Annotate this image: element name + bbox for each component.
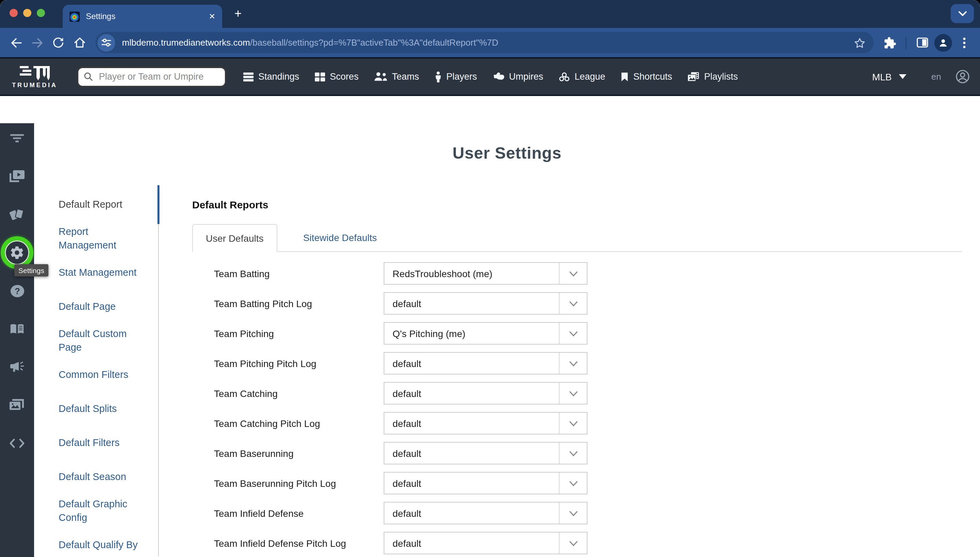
extensions-button[interactable] xyxy=(880,33,899,52)
select-value: Q's Pitching (me) xyxy=(384,323,559,344)
chevron-down-icon xyxy=(569,360,578,366)
nav-label: Standings xyxy=(258,72,299,82)
browser-tab-settings[interactable]: Settings ✕ xyxy=(63,5,222,28)
chevron-down-icon xyxy=(569,271,578,276)
rail-item-settings[interactable] xyxy=(5,240,29,265)
brand-name: TRUMEDIA xyxy=(12,81,57,88)
settings-tooltip: Settings xyxy=(14,264,48,277)
scores-icon xyxy=(315,72,325,81)
browser-profile-button[interactable] xyxy=(934,34,952,51)
team-baserunning-pitch-log-select[interactable]: default xyxy=(384,472,588,494)
menu-item-report-management[interactable]: Report Management xyxy=(34,221,158,255)
team-pitching-select[interactable]: Q's Pitching (me) xyxy=(384,322,588,345)
menu-item-common-filters[interactable]: Common Filters xyxy=(34,357,158,391)
menu-item-default-season[interactable]: Default Season xyxy=(34,459,158,493)
row-label: Team Pitching Pitch Log xyxy=(214,358,384,369)
account-button[interactable] xyxy=(956,70,970,84)
nav-item-teams[interactable]: Teams xyxy=(374,72,419,82)
puzzle-icon xyxy=(884,36,896,49)
forward-arrow-icon xyxy=(31,37,43,48)
browser-tab-bar: Settings ✕ + xyxy=(0,0,980,28)
browser-menu-button[interactable] xyxy=(955,33,973,52)
select-value: default xyxy=(384,533,559,554)
bookmark-button[interactable] xyxy=(852,33,867,52)
rail-item-cards[interactable] xyxy=(5,202,29,227)
nav-item-standings[interactable]: Standings xyxy=(243,72,299,82)
kebab-menu-icon xyxy=(963,37,965,48)
team-pitching-pitch-log-select[interactable]: default xyxy=(384,352,588,375)
rail-item-video-library[interactable] xyxy=(5,164,29,189)
locale-label[interactable]: en xyxy=(931,72,941,82)
profile-avatar-icon xyxy=(938,37,949,48)
reload-button[interactable] xyxy=(49,33,67,52)
menu-item-stat-management[interactable]: Stat Management xyxy=(34,255,158,289)
search-icon xyxy=(84,72,93,82)
site-settings-button[interactable] xyxy=(98,34,115,51)
form-row-team-catching-pitch-log: Team Catching Pitch Log default xyxy=(192,412,980,435)
menu-item-default-report[interactable]: Default Report xyxy=(34,187,158,221)
select-value: RedsTroubleshoot (me) xyxy=(384,263,559,284)
team-baserunning-select[interactable]: default xyxy=(384,442,588,464)
address-bar[interactable]: mlbdemo.trumedianetworks.com/baseball/se… xyxy=(95,32,874,53)
team-batting-pitch-log-select[interactable]: default xyxy=(384,292,588,314)
url-text: mlbdemo.trumedianetworks.com/baseball/se… xyxy=(122,37,852,48)
back-button[interactable] xyxy=(7,33,25,52)
form-row-team-batting-pitch-log: Team Batting Pitch Log default xyxy=(192,292,980,314)
team-catching-select[interactable]: default xyxy=(384,382,588,404)
team-catching-pitch-log-select[interactable]: default xyxy=(384,412,588,435)
menu-item-default-graphic-config[interactable]: Default Graphic Config xyxy=(34,493,158,528)
tab-search-button[interactable] xyxy=(951,4,974,23)
playlists-icon xyxy=(688,72,699,81)
nav-item-scores[interactable]: Scores xyxy=(315,72,358,82)
home-button[interactable] xyxy=(70,33,88,52)
team-infield-defense-pitch-log-select[interactable]: default xyxy=(384,532,588,554)
search-input[interactable] xyxy=(98,71,219,82)
nav-separator xyxy=(0,94,980,96)
help-icon: ? xyxy=(10,283,24,298)
trumedia-logo[interactable]: TRUMEDIA xyxy=(0,65,70,88)
svg-text:?: ? xyxy=(14,286,20,296)
zoom-window-button[interactable] xyxy=(37,9,45,17)
row-label: Team Infield Defense xyxy=(214,508,384,518)
rail-item-embed[interactable] xyxy=(5,431,29,456)
cards-icon xyxy=(10,208,24,221)
filter-icon xyxy=(10,134,24,142)
close-window-button[interactable] xyxy=(10,9,18,17)
menu-item-default-splits[interactable]: Default Splits xyxy=(34,391,158,425)
teams-icon xyxy=(374,72,387,81)
defaults-tabs: User Defaults Sitewide Defaults xyxy=(192,223,962,252)
rail-item-announcements[interactable] xyxy=(5,355,29,379)
rail-item-filter[interactable] xyxy=(5,126,29,150)
nav-item-league[interactable]: League xyxy=(559,72,605,82)
row-label: Team Batting Pitch Log xyxy=(214,298,384,309)
minimize-window-button[interactable] xyxy=(23,9,31,17)
forward-button[interactable] xyxy=(28,33,46,52)
menu-item-default-page[interactable]: Default Page xyxy=(34,289,158,323)
rail-item-help[interactable]: ? xyxy=(5,278,29,303)
rail-item-glossary[interactable] xyxy=(5,317,29,341)
standings-icon xyxy=(243,72,253,81)
new-tab-button[interactable]: + xyxy=(234,7,242,21)
nav-label: Scores xyxy=(330,72,358,82)
nav-item-players[interactable]: Players xyxy=(435,71,477,82)
nav-item-shortcuts[interactable]: Shortcuts xyxy=(621,72,672,82)
window-controls xyxy=(10,9,45,17)
menu-item-default-filters[interactable]: Default Filters xyxy=(34,425,158,459)
side-panel-button[interactable] xyxy=(913,33,932,52)
menu-item-default-qualify-by[interactable]: Default Qualify By xyxy=(34,528,158,557)
tab-close-icon[interactable]: ✕ xyxy=(209,11,216,21)
rail-item-gallery[interactable] xyxy=(5,393,29,417)
league-selector[interactable]: MLB xyxy=(872,71,906,82)
tab-sitewide-defaults[interactable]: Sitewide Defaults xyxy=(291,223,389,251)
menu-item-default-custom-page[interactable]: Default Custom Page xyxy=(34,323,158,357)
default-report-rows: Team Batting RedsTroubleshoot (me) Team … xyxy=(192,262,980,554)
form-row-team-pitching: Team Pitching Q's Pitching (me) xyxy=(192,322,980,345)
global-search[interactable] xyxy=(77,67,226,87)
tab-user-defaults[interactable]: User Defaults xyxy=(192,224,278,252)
row-label: Team Infield Defense Pitch Log xyxy=(214,537,384,549)
active-menu-indicator xyxy=(157,185,160,224)
nav-item-umpires[interactable]: Umpires xyxy=(493,72,544,82)
nav-item-playlists[interactable]: Playlists xyxy=(688,72,738,82)
team-infield-defense-select[interactable]: default xyxy=(384,502,588,524)
team-batting-select[interactable]: RedsTroubleshoot (me) xyxy=(384,262,588,285)
